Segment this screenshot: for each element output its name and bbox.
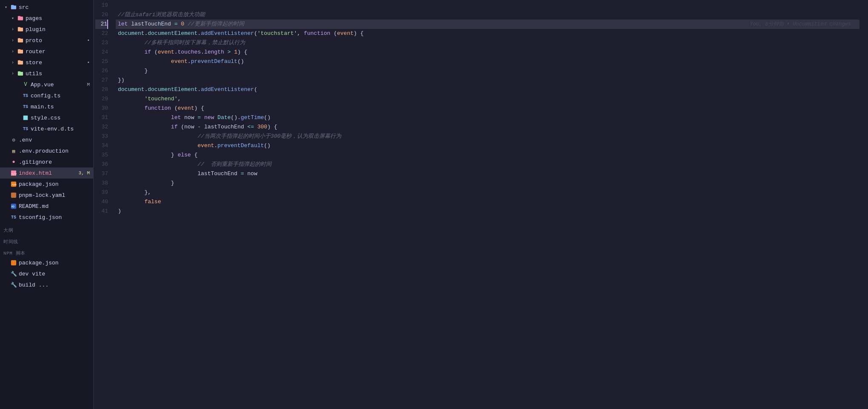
- chevron-utils: [10, 71, 15, 76]
- ln-25: 25: [95, 57, 108, 66]
- chevron-src: [3, 5, 9, 10]
- section-outline[interactable]: 大纲: [0, 223, 93, 234]
- file-icon-env: ⚙: [10, 136, 17, 143]
- file-icon-pnpm-lock: [10, 192, 17, 199]
- sidebar-item-style-css[interactable]: style.css: [0, 112, 93, 123]
- sidebar-label-app-vue: App.vue: [31, 82, 85, 88]
- file-icon-config-ts: TS: [22, 92, 29, 99]
- sidebar-item-app-vue[interactable]: V App.vue M: [0, 79, 93, 90]
- ln-41: 41: [95, 207, 108, 216]
- code-line-32: if ( now - lastTouchEnd <= 300 ) {: [116, 122, 859, 132]
- sidebar-label-env-prod: .env.production: [19, 148, 90, 154]
- sidebar-item-index-html[interactable]: </> index.html 3, M: [0, 168, 93, 179]
- ln-20: 20: [95, 10, 108, 20]
- svg-text:npm: npm: [12, 183, 17, 186]
- sidebar-label-readme: README.md: [19, 203, 90, 210]
- sidebar-label-pages: pages: [26, 15, 90, 22]
- code-line-40: false: [116, 197, 859, 207]
- ln-22: 22: [95, 29, 108, 38]
- chevron-plugin: [10, 27, 15, 32]
- code-line-23: //多根手指同时按下屏幕，禁止默认行为: [116, 38, 859, 48]
- file-icon-main-ts: TS: [22, 103, 29, 110]
- folder-icon-plugin: [17, 26, 24, 33]
- chevron-router: [10, 49, 15, 54]
- sidebar-item-npm-build[interactable]: 🔧 build ...: [0, 279, 93, 290]
- sidebar-item-package-json[interactable]: npm package.json: [0, 179, 93, 190]
- sidebar-label-plugin: plugin: [26, 26, 90, 33]
- sidebar-item-pnpm-lock[interactable]: pnpm-lock.yaml: [0, 190, 93, 201]
- badge-store: •: [87, 60, 90, 65]
- code-line-39: },: [116, 188, 859, 197]
- badge-index-html: 3, M: [79, 170, 90, 176]
- ln-36: 36: [95, 160, 108, 169]
- file-icon-readme: MD: [10, 203, 17, 210]
- code-line-41: ): [116, 207, 859, 216]
- sidebar-item-vite-env[interactable]: TS vite-env.d.ts: [0, 123, 93, 134]
- sidebar-label-index-html: index.html: [19, 170, 77, 176]
- section-timeline[interactable]: 时间线: [0, 234, 93, 246]
- sidebar-item-proto[interactable]: proto •: [0, 35, 93, 46]
- code-line-21: let lastTouchEnd = 0 //更新手指弹起的时间 You, 6分…: [116, 20, 859, 29]
- sidebar-label-npm-dev: dev vite: [19, 271, 90, 277]
- sidebar-label-store: store: [26, 60, 85, 66]
- code-line-34: event . preventDefault (): [116, 141, 859, 151]
- sidebar-item-readme[interactable]: MD README.md: [0, 201, 93, 212]
- ln-21: 21: [95, 20, 108, 29]
- ln-19: 19: [95, 1, 108, 10]
- section-npm[interactable]: NPM 脚本: [0, 246, 93, 257]
- ln-34: 34: [95, 141, 108, 151]
- sidebar-item-main-ts[interactable]: TS main.ts: [0, 101, 93, 112]
- code-line-38: }: [116, 179, 859, 188]
- ln-26: 26: [95, 66, 108, 76]
- sidebar-label-proto: proto: [26, 37, 85, 44]
- code-line-33: //当两次手指弹起的时间小于300毫秒，认为双击屏幕行为: [116, 132, 859, 141]
- code-line-27: }): [116, 76, 859, 85]
- svg-rect-0: [23, 116, 28, 120]
- line-numbers: 19 20 21 22 23 24 25 26 27 28 29 30 31 3…: [94, 1, 111, 409]
- ln-31: 31: [95, 113, 108, 122]
- sidebar-item-src[interactable]: src: [0, 2, 93, 13]
- sidebar-label-env: .env: [19, 137, 90, 143]
- sidebar-item-config-ts[interactable]: TS config.ts: [0, 90, 93, 101]
- sidebar-item-npm-package[interactable]: package.json: [0, 257, 93, 268]
- file-icon-index-html: </>: [10, 170, 17, 176]
- file-icon-app-vue: V: [22, 81, 29, 88]
- sidebar-label-config-ts: config.ts: [31, 93, 90, 99]
- sidebar-item-plugin[interactable]: plugin: [0, 24, 93, 35]
- sidebar-item-router[interactable]: router: [0, 46, 93, 57]
- sidebar-label-main-ts: main.ts: [31, 104, 90, 110]
- sidebar-item-env[interactable]: ⚙ .env: [0, 134, 93, 145]
- sidebar-item-gitignore[interactable]: ● .gitignore: [0, 156, 93, 168]
- ln-27: 27: [95, 76, 108, 85]
- svg-rect-8: [11, 260, 16, 265]
- folder-icon-router: [17, 48, 24, 55]
- ln-23: 23: [95, 38, 108, 48]
- folder-icon-src: [10, 4, 17, 11]
- code-line-37: lastTouchEnd = now: [116, 169, 859, 179]
- sidebar-item-npm-dev[interactable]: 🔧 dev vite: [0, 268, 93, 279]
- file-icon-package-json: npm: [10, 181, 17, 187]
- code-line-29: 'touchend' ,: [116, 94, 859, 104]
- ln-32: 32: [95, 122, 108, 132]
- folder-icon-store: [17, 59, 24, 66]
- sidebar-item-pages[interactable]: pages: [0, 13, 93, 24]
- code-content[interactable]: //阻止safari浏览器双击放大功能 let lastTouchEnd = 0…: [111, 1, 868, 409]
- sidebar-item-tsconfig[interactable]: TS tsconfig.json: [0, 212, 93, 223]
- sidebar-item-env-prod[interactable]: ▤ .env.production: [0, 145, 93, 156]
- svg-text:MD: MD: [11, 205, 15, 208]
- ln-29: 29: [95, 94, 108, 104]
- sidebar: src pages plugin proto • router: [0, 0, 94, 409]
- sidebar-item-utils[interactable]: utils: [0, 68, 93, 79]
- blame-annotation: You, 6分钟前 • Uncommitted changes: [750, 20, 851, 29]
- code-area[interactable]: 19 20 21 22 23 24 25 26 27 28 29 30 31 3…: [94, 0, 868, 409]
- editor: 19 20 21 22 23 24 25 26 27 28 29 30 31 3…: [94, 0, 868, 409]
- code-line-26: }: [116, 66, 859, 76]
- ln-28: 28: [95, 85, 108, 94]
- code-line-28: document . documentElement . addEventLis…: [116, 85, 859, 94]
- sidebar-label-tsconfig: tsconfig.json: [19, 214, 90, 221]
- code-line-22: document . documentElement . addEventLis…: [116, 29, 859, 38]
- code-line-20: //阻止safari浏览器双击放大功能: [116, 10, 859, 20]
- file-icon-npm-package: [10, 259, 17, 266]
- sidebar-item-store[interactable]: store •: [0, 57, 93, 68]
- ln-39: 39: [95, 188, 108, 197]
